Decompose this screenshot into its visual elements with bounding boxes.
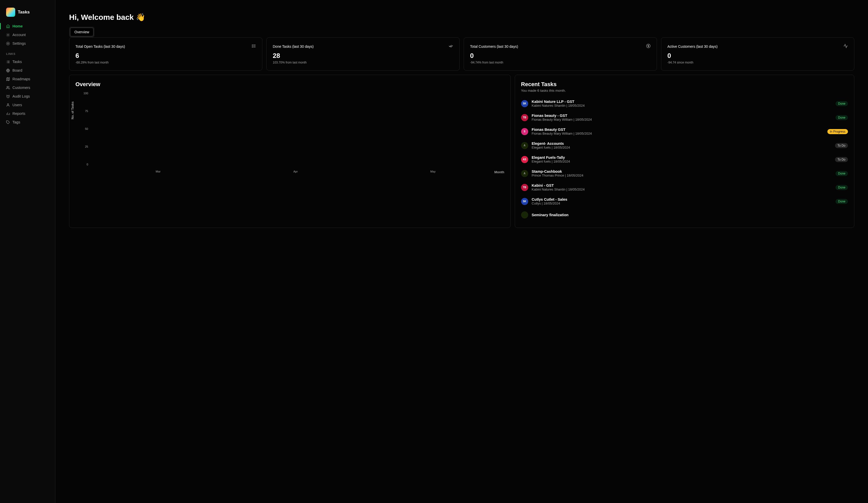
stat-label: Done Tasks (last 30 days): [273, 44, 314, 49]
tabs: Overview: [69, 27, 94, 37]
nav-label: Home: [12, 24, 23, 28]
sidebar-item-tasks[interactable]: Tasks: [0, 58, 55, 66]
sidebar-item-customers[interactable]: Customers: [0, 83, 55, 92]
stat-value: 0: [470, 52, 651, 60]
avatar: [521, 211, 528, 218]
y-tick: 75: [85, 110, 88, 113]
avatar: SK: [521, 198, 528, 205]
task-row[interactable]: SFionas Beauty GSTFionas Beauty Mary Wil…: [521, 124, 848, 138]
clock-icon: [6, 94, 10, 98]
status-badge: Done: [836, 199, 848, 204]
stat-label: Total Customers (last 30 days): [470, 44, 518, 49]
stat-card-2: Total Customers (last 30 days)0-94.74% f…: [464, 37, 657, 71]
double-check-icon: [449, 44, 453, 49]
sidebar-item-audit-logs[interactable]: Audit Logs: [0, 92, 55, 101]
sidebar-item-reports[interactable]: Reports: [0, 109, 55, 118]
dollar-icon: [646, 44, 651, 49]
status-badge: Done: [836, 171, 848, 176]
avatar: TB: [521, 184, 528, 191]
recent-tasks-subtitle: You made 6 tasks this month.: [521, 89, 848, 92]
globe-icon: [6, 69, 10, 72]
bar-icon: [6, 112, 10, 116]
sidebar-item-label: Users: [12, 103, 22, 107]
sidebar-item-label: Tags: [12, 120, 20, 124]
recent-tasks-title: Recent Tasks: [521, 81, 848, 88]
stats-row: Total Open Tasks (last 30 days)6-68.29% …: [69, 37, 854, 71]
stat-change: 103.70% from last month: [273, 61, 453, 64]
sliders-icon: [6, 42, 10, 45]
task-row[interactable]: AStamp-CashbookPrince Thomas Prince | 18…: [521, 166, 848, 181]
status-badge: Done: [836, 101, 848, 106]
list-icon: [6, 60, 10, 64]
svg-point-1: [8, 43, 9, 44]
status-badge: Done: [836, 115, 848, 120]
stat-value: 0: [668, 52, 848, 60]
task-row[interactable]: SKCutlys Cutlet - SalesCutlys | 18/05/20…: [521, 194, 848, 208]
stat-change: -94.74% from last month: [470, 61, 651, 64]
sidebar-item-label: Board: [12, 68, 22, 72]
sidebar-item-users[interactable]: Users: [0, 101, 55, 109]
avatar: A: [521, 170, 528, 177]
task-row[interactable]: TBFionas beauty - GSTFionas Beauty Mary …: [521, 111, 848, 124]
sidebar-item-label: Roadmaps: [12, 77, 30, 81]
nav-label: Account: [12, 33, 25, 37]
list-check-icon: [251, 44, 256, 49]
nav-label: Settings: [12, 41, 25, 45]
overview-chart: No. of Tasks 1007550250 MarAprMay Month: [75, 92, 504, 173]
sidebar-item-roadmaps[interactable]: Roadmaps: [0, 75, 55, 83]
stat-card-3: Active Customers (last 30 days)0-94.74 s…: [661, 37, 854, 71]
task-title: Stamp-Cashbook: [532, 170, 832, 174]
avatar: SK: [521, 100, 528, 107]
overview-title: Overview: [75, 81, 504, 88]
stat-change: -68.29% from last month: [75, 61, 256, 64]
sidebar: Tasks HomeAccountSettings LINKS TasksBoa…: [0, 0, 55, 503]
sidebar-item-label: Tasks: [12, 60, 22, 64]
tab-overview-label: Overview: [74, 30, 89, 34]
task-subtitle: Elegant fuels | 18/05/2024: [532, 146, 831, 150]
sidebar-item-tags[interactable]: Tags: [0, 118, 55, 126]
task-title: Elegent- Accounts: [532, 142, 831, 146]
stat-value: 6: [75, 52, 256, 60]
tag-icon: [6, 121, 10, 124]
nav-settings[interactable]: Settings: [0, 39, 55, 48]
task-row[interactable]: Seminary finalization: [521, 208, 848, 222]
home-icon: [6, 24, 10, 28]
main-content: Hi, Welcome back 👋 Overview Total Open T…: [55, 0, 868, 503]
brand[interactable]: Tasks: [0, 0, 55, 22]
gear-icon: [6, 33, 10, 37]
task-title: Elegant Fuels-Tally: [532, 155, 831, 160]
task-row[interactable]: AElegent- AccountsElegant fuels | 18/05/…: [521, 138, 848, 152]
map-icon: [6, 77, 10, 81]
y-tick: 100: [84, 92, 88, 95]
task-subtitle: Fionas Beauty Mary William | 18/05/2024: [532, 132, 824, 135]
nav-home[interactable]: Home: [0, 22, 55, 30]
avatar: AS: [521, 156, 528, 163]
task-row[interactable]: ASElegant Fuels-TallyElegant fuels | 18/…: [521, 152, 848, 166]
brand-logo-icon: [6, 8, 15, 17]
x-tick-apr: Apr: [238, 170, 353, 173]
y-tick: 50: [85, 127, 88, 130]
sidebar-item-label: Customers: [12, 85, 30, 90]
stat-card-1: Done Tasks (last 30 days)28103.70% from …: [266, 37, 459, 71]
tab-overview[interactable]: Overview: [70, 28, 93, 36]
task-row[interactable]: SKKabini Nature LLP - GSTKabini Natures …: [521, 96, 848, 111]
activity-icon: [843, 44, 848, 49]
task-subtitle: Fionas Beauty Mary William | 18/05/2024: [532, 117, 832, 121]
chart-y-ticks: 1007550250: [81, 92, 88, 166]
chart-x-labels: MarAprMay: [90, 168, 502, 173]
stat-label: Total Open Tasks (last 30 days): [75, 44, 125, 49]
svg-point-0: [8, 34, 9, 35]
stat-value: 28: [273, 52, 453, 60]
task-title: Kabini Nature LLP - GST: [532, 100, 832, 104]
sidebar-item-label: Reports: [12, 112, 25, 116]
stat-label: Active Customers (last 30 days): [668, 44, 718, 49]
y-tick: 25: [85, 145, 88, 148]
task-title: Cutlys Cutlet - Sales: [532, 197, 832, 202]
nav-account[interactable]: Account: [0, 30, 55, 39]
sidebar-item-board[interactable]: Board: [0, 66, 55, 75]
chart-bars: [90, 92, 502, 166]
task-title: Kabini - GST: [532, 183, 832, 187]
overview-card: Overview No. of Tasks 1007550250 MarAprM…: [69, 75, 511, 228]
task-row[interactable]: TBKabini - GSTKabini Natures Shantin | 1…: [521, 181, 848, 194]
avatar: S: [521, 128, 528, 135]
